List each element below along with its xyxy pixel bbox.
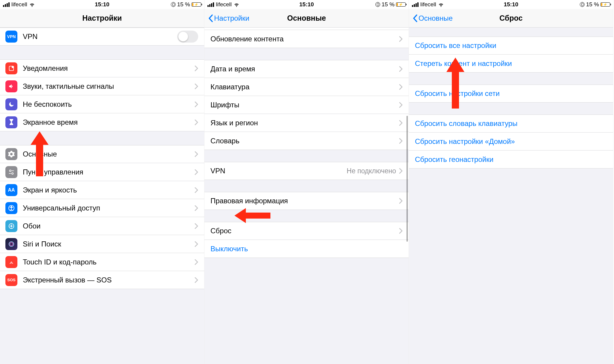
row-label: Основные xyxy=(23,150,195,158)
row-notifications[interactable]: Уведомления xyxy=(0,59,204,77)
svg-point-7 xyxy=(11,206,12,207)
row-label: VPN xyxy=(23,32,177,41)
back-label: Настройки xyxy=(214,14,249,22)
chevron-icon xyxy=(195,119,198,125)
row-general[interactable]: Основные xyxy=(0,145,204,163)
chevron-icon xyxy=(195,205,198,211)
back-button[interactable]: Основные xyxy=(413,14,453,22)
row-reset[interactable]: Сброс xyxy=(204,222,409,240)
svg-point-4 xyxy=(12,172,13,174)
row-label: Не беспокоить xyxy=(23,100,195,109)
row-label: VPN xyxy=(210,167,347,175)
row-touch-id[interactable]: Touch ID и код‑пароль xyxy=(0,253,204,271)
row-reset-network[interactable]: Сбросить настройки сети xyxy=(409,85,613,103)
moon-icon xyxy=(5,98,17,110)
chevron-icon xyxy=(195,101,198,107)
row-legal[interactable]: Правовая информация xyxy=(204,192,409,210)
navbar: Настройки xyxy=(0,9,204,28)
chevron-icon xyxy=(195,65,198,71)
screen-general: lifecell 15:10 15 % ⚡ Настройки Основные… xyxy=(204,0,409,364)
scroll-indicator xyxy=(407,116,408,242)
navbar: Основные Сброс xyxy=(409,9,613,28)
vpn-toggle[interactable] xyxy=(177,31,198,43)
svg-point-2 xyxy=(10,170,11,172)
row-keyboard[interactable]: Клавиатура xyxy=(204,78,409,96)
chevron-icon xyxy=(195,223,198,229)
row-label: Экстренный вызов — SOS xyxy=(23,276,195,284)
row-do-not-disturb[interactable]: Не беспокоить xyxy=(0,95,204,113)
row-date-time[interactable]: Дата и время xyxy=(204,60,409,78)
row-screen-time[interactable]: Экранное время xyxy=(0,113,204,131)
status-bar: lifecell 15:10 15 % ⚡ xyxy=(204,0,409,9)
row-label: Дата и время xyxy=(210,65,399,73)
row-dictionary[interactable]: Словарь xyxy=(204,132,409,150)
chevron-icon xyxy=(399,228,403,234)
gear-icon xyxy=(5,148,17,160)
row-label: Сбросить все настройки xyxy=(415,41,607,50)
row-label: Пункт управления xyxy=(23,168,195,176)
screen-reset: lifecell 15:10 15 % ⚡ Основные Сброс Сбр… xyxy=(409,0,613,364)
row-siri-search[interactable]: Siri и Поиск xyxy=(0,235,204,253)
row-label: Сбросить настройки сети xyxy=(415,89,607,98)
back-label: Основные xyxy=(419,14,453,22)
row-reset-keyboard-dict[interactable]: Сбросить словарь клавиатуры xyxy=(409,115,613,133)
chevron-icon xyxy=(399,84,403,90)
row-vpn[interactable]: VPN Не подключено xyxy=(204,162,409,180)
row-label: Touch ID и код‑пароль xyxy=(23,258,195,266)
row-label: Экран и яркость xyxy=(23,186,195,194)
chevron-icon xyxy=(195,151,198,157)
chevron-icon xyxy=(399,120,403,126)
row-emergency-sos[interactable]: SOS Экстренный вызов — SOS xyxy=(0,271,204,289)
row-reset-home[interactable]: Сбросить настройки «Домой» xyxy=(409,133,613,151)
wallpaper-icon xyxy=(5,220,17,232)
battery-icon: ⚡ xyxy=(192,2,201,7)
sounds-icon xyxy=(5,80,17,92)
control-center-icon xyxy=(5,166,17,178)
row-shutdown[interactable]: Выключить xyxy=(204,240,409,258)
chevron-icon xyxy=(399,36,403,42)
row-sounds[interactable]: Звуки, тактильные сигналы xyxy=(0,77,204,95)
row-label: Сброс xyxy=(210,227,399,235)
row-label: Правовая информация xyxy=(210,197,399,205)
row-wallpaper[interactable]: Обои xyxy=(0,217,204,235)
chevron-icon xyxy=(399,138,403,144)
row-reset-all-settings[interactable]: Сбросить все настройки xyxy=(409,37,613,55)
screen-settings: lifecell 15:10 15 % ⚡ Настройки VPN VPN … xyxy=(0,0,204,364)
row-label: Универсальный доступ xyxy=(23,204,195,212)
chevron-icon xyxy=(195,83,198,89)
navbar: Настройки Основные xyxy=(204,9,409,28)
orientation-lock-icon xyxy=(580,2,585,7)
chevron-icon xyxy=(399,198,403,204)
row-erase-content[interactable]: Стереть контент и настройки xyxy=(409,55,613,73)
orientation-lock-icon xyxy=(171,2,176,7)
status-bar: lifecell 15:10 15 % ⚡ xyxy=(409,0,613,9)
sos-icon: SOS xyxy=(5,274,17,286)
svg-point-1 xyxy=(12,66,14,68)
fingerprint-icon xyxy=(5,256,17,268)
row-label: Язык и регион xyxy=(210,119,399,127)
row-label: Клавиатура xyxy=(210,83,399,91)
row-control-center[interactable]: Пункт управления xyxy=(0,163,204,181)
notifications-icon xyxy=(5,62,17,74)
row-content-update[interactable]: Обновление контента xyxy=(204,30,409,48)
chevron-icon xyxy=(195,277,198,283)
row-display-brightness[interactable]: AA Экран и яркость xyxy=(0,181,204,199)
row-language-region[interactable]: Язык и регион xyxy=(204,114,409,132)
row-accessibility[interactable]: Универсальный доступ xyxy=(0,199,204,217)
row-label: Обои xyxy=(23,222,195,230)
row-fonts[interactable]: Шрифты xyxy=(204,96,409,114)
row-vpn[interactable]: VPN VPN xyxy=(0,28,204,46)
back-button[interactable]: Настройки xyxy=(208,14,249,22)
svg-point-11 xyxy=(10,243,13,246)
row-reset-location[interactable]: Сбросить геонастройки xyxy=(409,151,613,169)
row-label: Шрифты xyxy=(210,101,399,109)
row-label: Siri и Поиск xyxy=(23,240,195,248)
orientation-lock-icon xyxy=(375,2,380,7)
row-label: Звуки, тактильные сигналы xyxy=(23,82,195,91)
row-label: Словарь xyxy=(210,137,399,145)
row-label: Обновление контента xyxy=(210,35,399,43)
siri-icon xyxy=(5,238,17,250)
chevron-icon xyxy=(399,66,403,72)
page-title: Настройки xyxy=(0,14,204,22)
row-label: Стереть контент и настройки xyxy=(415,59,607,68)
